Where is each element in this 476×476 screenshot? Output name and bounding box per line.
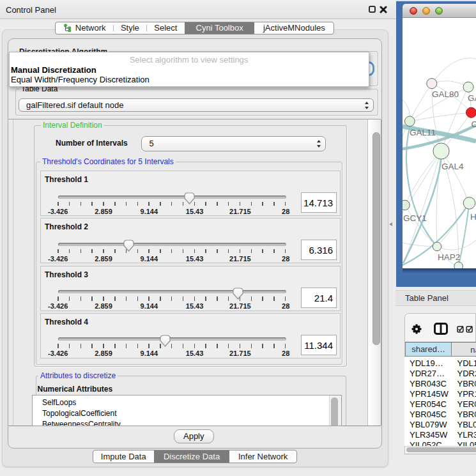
svg-text:GAL11: GAL11 [410, 128, 436, 137]
svg-text:CUP1: CUP1 [472, 119, 476, 129]
svg-text:HIS4: HIS4 [470, 212, 476, 222]
svg-text:GCY1: GCY1 [403, 213, 427, 223]
svg-text:GAL80: GAL80 [432, 89, 459, 99]
svg-text:HAP2: HAP2 [438, 252, 460, 262]
svg-text:GAL2: GAL2 [468, 93, 476, 103]
svg-text:GAL4: GAL4 [441, 162, 464, 171]
